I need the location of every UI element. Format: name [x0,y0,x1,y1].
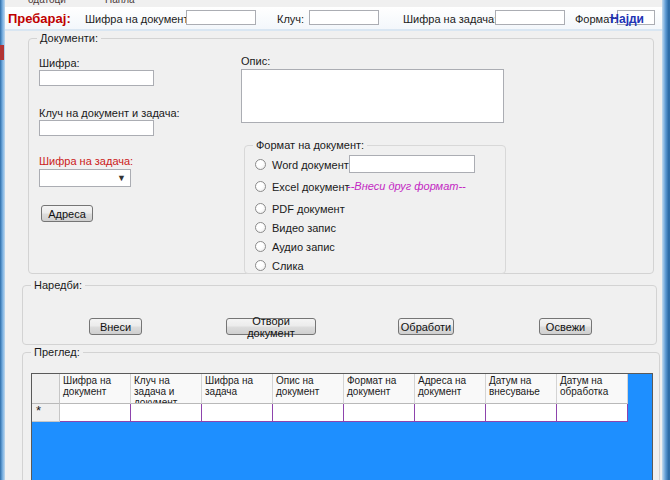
search-bar: Пребарај: Шифра на документ: Клуч: Шифра… [5,7,662,31]
column-header-label: Опис на документ [276,375,319,397]
other-format-input[interactable] [349,155,475,173]
open-document-button[interactable]: Отвори документ [226,318,316,335]
radio-icon[interactable] [255,241,266,252]
column-header[interactable]: Датум на обработка [557,374,628,404]
column-header-label: Клуч на задача и документ [134,375,177,404]
radio-icon[interactable] [255,203,266,214]
search-task-code-label: Шифра на задача: [403,13,497,25]
column-header[interactable]: Формат на документ [344,374,415,404]
grid-cell[interactable] [344,404,415,422]
documents-datagrid: Шифра на документ Клуч на задача и докум… [31,373,653,480]
radio-row-word[interactable]: Word документ [255,158,349,171]
radio-label-excel: Excel документ [272,181,350,193]
column-header[interactable]: Опис на документ [273,374,344,404]
format-group: Формат на документ: Word документ Excel … [244,145,506,274]
doc-task-key-input[interactable] [39,120,154,136]
task-code-combobox[interactable]: ▼ [39,169,131,187]
search-task-code-input[interactable] [495,10,565,25]
preview-group: Преглед: Шифра на документ Клуч на задач… [22,352,660,480]
radio-row-audio[interactable]: Аудио запис [255,240,335,253]
background-window-fragment [0,45,4,60]
column-header-label: Шифра на документ [63,375,111,397]
format-group-title: Формат на документ: [253,139,367,151]
window-border-left [0,0,5,480]
commands-group-title: Наредби: [31,279,85,291]
description-label: Опис: [241,55,270,67]
grid-cell[interactable] [202,404,273,422]
column-header-label: Датум на обработка [560,375,608,397]
menu-item-data[interactable]: одатоци [28,0,66,5]
column-header-label: Шифра на задача [205,375,253,397]
grid-cell[interactable] [557,404,628,422]
preview-group-title: Преглед: [31,346,83,358]
chevron-down-icon: ▼ [117,173,126,183]
doc-task-key-label: Клуч на документ и задача: [39,107,180,119]
grid-cell[interactable] [60,404,131,422]
app-window: одатоци Напла Пребарај: Шифра на докумен… [0,0,670,480]
find-link[interactable]: Најди [610,12,644,26]
radio-row-image[interactable]: Слика [255,259,304,272]
grid-corner-cell[interactable] [32,374,60,404]
radio-row-video[interactable]: Видео запис [255,221,336,234]
insert-button[interactable]: Внеси [89,318,142,335]
documents-group: Документи: Шифра: Клуч на документ и зад… [28,38,654,274]
menu-item-second[interactable]: Напла [105,0,135,5]
menu-bar: одатоци Напла [5,0,662,7]
column-header[interactable]: Шифра на задача [202,374,273,404]
grid-cell[interactable] [415,404,486,422]
radio-label-pdf: PDF документ [272,203,345,215]
radio-label-audio: Аудио запис [272,241,335,253]
radio-label-image: Слика [272,260,304,272]
column-header[interactable]: Датум на внесување [486,374,557,404]
window-border-right [662,0,670,480]
search-doc-code-input[interactable] [186,10,256,25]
search-key-label: Клуч: [277,13,304,25]
search-title: Пребарај: [8,11,71,26]
grid-cell[interactable] [486,404,557,422]
column-header[interactable]: Клуч на задача и документ [131,374,202,404]
process-button[interactable]: Обработи [398,318,454,335]
radio-icon[interactable] [255,159,266,170]
new-row-header[interactable]: * [32,404,60,422]
radio-label-word: Word документ [272,159,349,171]
column-header[interactable]: Адреса на документ [415,374,486,404]
radio-icon[interactable] [255,222,266,233]
radio-row-excel[interactable]: Excel документ [255,180,350,193]
search-doc-code-label: Шифра на документ: [85,13,192,25]
radio-icon[interactable] [255,260,266,271]
other-format-hint: --Внеси друг формат-- [347,180,466,192]
grid-header-row: Шифра на документ Клуч на задача и докум… [32,374,652,404]
search-key-input[interactable] [309,10,379,25]
radio-row-pdf[interactable]: PDF документ [255,202,345,215]
radio-label-video: Видео запис [272,222,336,234]
grid-cell[interactable] [131,404,202,422]
description-textarea[interactable] [241,69,504,123]
column-header-label: Формат на документ [347,375,396,397]
address-button[interactable]: Адреса [41,205,93,222]
column-header[interactable]: Шифра на документ [60,374,131,404]
radio-icon[interactable] [255,181,266,192]
code-input[interactable] [39,70,154,86]
refresh-button[interactable]: Освежи [539,318,592,335]
column-header-label: Датум на внесување [489,375,540,397]
commands-group: Наредби: Внеси Отвори документ Обработи … [22,285,657,345]
documents-group-title: Документи: [37,32,101,44]
grid-new-row: * [32,404,652,422]
grid-cell[interactable] [273,404,344,422]
column-header-label: Адреса на документ [418,375,466,397]
task-code-label: Шифра на задача: [39,155,133,167]
code-label: Шифра: [39,57,80,69]
